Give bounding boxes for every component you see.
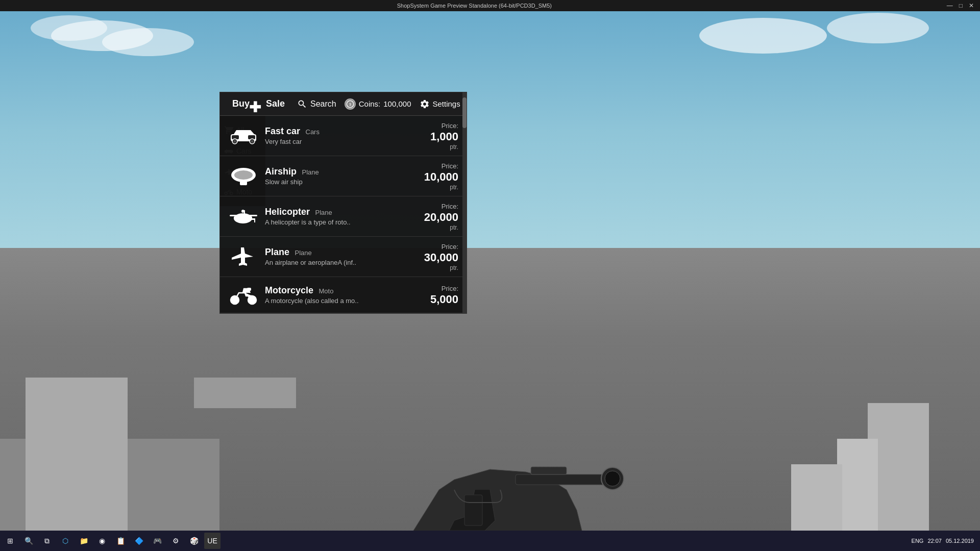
fast-car-price: Price: 1,000 ptr. (418, 121, 458, 151)
plane-category: Plane (295, 249, 311, 257)
shop-item-fast-car[interactable]: Fast car Cars Very fast car Price: 1,000… (220, 116, 467, 156)
app1-button[interactable]: 🔷 (131, 533, 147, 549)
helicopter-price-value: 20,000 (418, 211, 458, 224)
fast-car-category: Cars (306, 128, 320, 136)
motorcycle-category: Moto (318, 287, 333, 295)
plane-name-row: Plane Plane (265, 247, 411, 258)
taskbar: ⊞ 🔍 ⧉ ⬡ 📁 ◉ 📋 🔷 🎮 ⚙ 🎲 UE ENG 22:07 05.12… (0, 531, 980, 551)
svg-rect-20 (230, 215, 257, 216)
start-button[interactable]: ⊞ (2, 533, 18, 549)
plane-icon (228, 244, 259, 269)
fast-car-price-unit: ptr. (418, 143, 458, 151)
helicopter-name: Helicopter (265, 207, 310, 217)
airship-category: Plane (302, 168, 318, 176)
airship-price: Price: 10,000 ptr. (418, 161, 458, 191)
coins-label: Coins: (359, 99, 381, 108)
motorcycle-price-label: Price: (442, 285, 458, 292)
bg-platform (194, 378, 296, 408)
chrome-button[interactable]: ◉ (94, 533, 110, 549)
app4-button[interactable]: 🎲 (186, 533, 202, 549)
shop-item-motorcycle[interactable]: Motorcycle Moto A motorcycle (also calle… (220, 277, 467, 313)
sale-tab[interactable]: Sale (262, 96, 289, 111)
svg-point-12 (251, 140, 253, 142)
title-bar: ShopSystem Game Preview Standalone (64-b… (0, 0, 980, 11)
add-icon[interactable]: ✚ (249, 99, 261, 116)
plane-desc: An airplane or aeroplaneA (inf.. (265, 259, 411, 266)
airship-name: Airship (265, 166, 297, 177)
helicopter-price-unit: ptr. (418, 224, 458, 231)
scrollbar-thumb[interactable] (462, 97, 467, 128)
bg-box1 (26, 378, 128, 531)
helicopter-info: Helicopter Plane A helicopter is a type … (265, 207, 411, 226)
cloud-3 (102, 28, 194, 56)
fast-car-name-row: Fast car Cars (265, 126, 411, 137)
plane-price-value: 30,000 (418, 251, 458, 264)
motorcycle-price-value: 5,000 (418, 293, 458, 306)
taskbar-language: ENG (912, 538, 924, 544)
shop-items-list: Fast car Cars Very fast car Price: 1,000… (220, 116, 467, 313)
motorcycle-desc: A motorcycle (also called a mo.. (265, 297, 411, 305)
files-button[interactable]: 📋 (112, 533, 129, 549)
cloud-2 (31, 15, 107, 41)
fast-car-info: Fast car Cars Very fast car (265, 126, 411, 145)
svg-rect-29 (247, 288, 251, 291)
maximize-button[interactable]: □ (957, 2, 965, 9)
search-icon (297, 99, 307, 109)
cloud-4 (699, 18, 827, 54)
motorcycle-name: Motorcycle (265, 285, 313, 295)
plane-price-unit: ptr. (418, 264, 458, 271)
taskbar-right: ENG 22:07 05.12.2019 (912, 538, 978, 544)
bg-box3 (837, 439, 878, 531)
motorcycle-icon (228, 282, 259, 308)
airship-svg (229, 164, 258, 188)
airship-desc: Slow air ship (265, 178, 411, 186)
coins-amount: 100,000 (383, 99, 411, 108)
minimize-button[interactable]: — (945, 2, 955, 9)
motorcycle-price: Price: 5,000 (418, 284, 458, 306)
edge-button[interactable]: ⬡ (57, 533, 74, 549)
motorcycle-svg (229, 283, 258, 307)
shop-item-plane[interactable]: Plane Plane An airplane or aeroplaneA (i… (220, 237, 467, 277)
search-label: Search (310, 99, 336, 109)
shop-scrollbar[interactable] (462, 92, 467, 313)
fast-car-icon (228, 123, 259, 148)
helicopter-icon (228, 204, 259, 229)
airship-price-label: Price: (442, 162, 458, 170)
close-button[interactable]: ✕ (967, 2, 976, 9)
fast-car-price-label: Price: (442, 122, 458, 130)
svg-point-24 (241, 210, 244, 213)
airship-price-unit: ptr. (418, 184, 458, 191)
search-button[interactable]: Search (297, 99, 336, 109)
svg-point-11 (234, 140, 236, 142)
app2-button[interactable]: 🎮 (149, 533, 165, 549)
helicopter-price: Price: 20,000 ptr. (418, 202, 458, 231)
helicopter-svg (229, 204, 258, 229)
plane-svg (229, 244, 258, 269)
helicopter-name-row: Helicopter Plane (265, 207, 411, 217)
search-taskbar-button[interactable]: 🔍 (20, 533, 37, 549)
task-view-button[interactable]: ⧉ (39, 533, 55, 549)
title-bar-text: ShopSystem Game Preview Standalone (64-b… (4, 3, 945, 9)
unreal-button[interactable]: UE (204, 533, 220, 549)
cloud-5 (827, 13, 929, 43)
coin-icon: $ (345, 98, 356, 110)
airship-info: Airship Plane Slow air ship (265, 166, 411, 186)
folder-button[interactable]: 📁 (76, 533, 92, 549)
app3-button[interactable]: ⚙ (167, 533, 184, 549)
shop-item-helicopter[interactable]: Helicopter Plane A helicopter is a type … (220, 196, 467, 237)
plane-info: Plane Plane An airplane or aeroplaneA (i… (265, 247, 411, 266)
taskbar-date: 05.12.2019 (946, 538, 974, 544)
airship-price-value: 10,000 (418, 170, 458, 184)
settings-icon (420, 99, 430, 109)
helicopter-desc: A helicopter is a type of roto.. (265, 218, 411, 226)
helicopter-price-label: Price: (442, 203, 458, 210)
coins-display: $ Coins: 100,000 (345, 98, 411, 110)
coin-svg: $ (346, 100, 354, 108)
car-svg (229, 126, 258, 145)
shop-item-airship[interactable]: Airship Plane Slow air ship Price: 10,00… (220, 156, 467, 196)
taskbar-time: 22:07 (927, 538, 942, 544)
fast-car-price-value: 1,000 (418, 130, 458, 143)
settings-button[interactable]: Settings (420, 99, 460, 109)
airship-name-row: Airship Plane (265, 166, 411, 177)
fast-car-desc: Very fast car (265, 138, 411, 145)
